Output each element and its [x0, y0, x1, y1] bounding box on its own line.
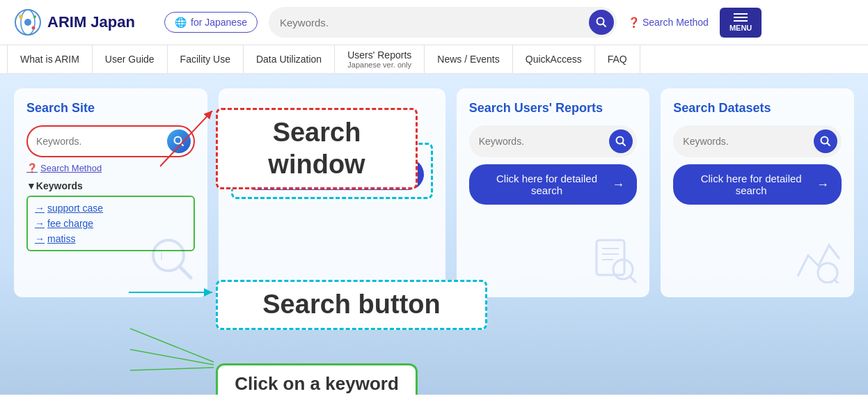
svg-point-2 [24, 19, 31, 26]
datasets-detail-btn[interactable]: Click here for detailed search → [673, 164, 842, 205]
keywords-header: ▼Keywords [26, 180, 195, 191]
main-content: Searchwindow Search button Click on a ke… [0, 74, 868, 395]
datasets-search-row [673, 125, 842, 157]
users-reports-detail-btn[interactable]: Click here for detailed search → [469, 164, 638, 205]
lang-label: for Japanese [191, 17, 247, 28]
arrow-icon: → [35, 203, 45, 214]
arrow-icon-1: → [35, 218, 45, 229]
nav-users-reports-sub: Japanese ver. only [347, 61, 411, 69]
svg-line-7 [603, 24, 606, 27]
question-icon: ❓ [628, 17, 640, 28]
search-datasets-card: Search Datasets Click here for detailed … [661, 88, 854, 297]
green-arrows [130, 322, 224, 395]
search-users-reports-title: Search Users' Reports [469, 101, 638, 116]
datasets-detail-label: Click here for detailed search [686, 173, 816, 196]
search-users-reports-card: Search Users' Reports Click here for det… [457, 88, 650, 297]
datasets-search-input[interactable] [683, 136, 810, 147]
nav-faq[interactable]: FAQ [595, 45, 640, 73]
search-site-method-link[interactable]: ❓ Search Method [26, 163, 195, 173]
svg-line-12 [130, 368, 214, 370]
lang-button[interactable]: 🌐 for Japanese [164, 12, 258, 33]
svg-line-25 [630, 276, 636, 282]
annotation-search-window: Searchwindow [216, 108, 418, 189]
users-reports-search-input[interactable] [479, 136, 606, 147]
question-small-icon: ❓ [26, 163, 38, 173]
logo-text: ARIM Japan [47, 13, 135, 31]
search-site-title: Search Site [26, 101, 195, 116]
svg-line-14 [180, 143, 183, 146]
search-site-button[interactable] [167, 129, 191, 153]
search-method-small-label: Search Method [40, 163, 102, 173]
nav-bar: What is ARIM User Guide Facility Use Dat… [0, 45, 868, 74]
search-site-icon: i [148, 235, 196, 286]
header: ARIM Japan 🌐 for Japanese ❓ Search Metho… [0, 0, 868, 45]
svg-line-27 [828, 143, 830, 146]
svg-text:i: i [160, 249, 163, 262]
search-icon [596, 17, 607, 28]
keyword-label-1: fee charge [47, 218, 93, 229]
menu-icon [734, 13, 748, 22]
datasets-search-icon [820, 136, 831, 147]
nav-news-events[interactable]: News / Events [425, 45, 512, 73]
datasets-icon [794, 235, 843, 286]
search-site-card: Search Site ❓ Search Method ▼Keywords [14, 88, 207, 297]
logo-icon [14, 8, 42, 36]
cards-row: Search Site ❓ Search Method ▼Keywords [14, 88, 854, 297]
users-reports-search-button[interactable] [609, 129, 633, 153]
nav-users-reports[interactable]: Users' Reports Japanese ver. only [335, 45, 425, 73]
users-reports-search-icon [615, 136, 626, 147]
globe-icon: 🌐 [175, 17, 187, 28]
svg-line-29 [835, 280, 840, 283]
nav-what-is-arim[interactable]: What is ARIM [7, 45, 93, 73]
datasets-search-button[interactable] [814, 129, 837, 153]
datasets-arrow-icon: → [816, 178, 829, 192]
svg-line-10 [130, 329, 214, 362]
annotation-search-button-text: Search button [232, 289, 471, 321]
svg-line-16 [180, 267, 191, 278]
svg-point-3 [19, 15, 23, 19]
nav-facility-use[interactable]: Facility Use [168, 45, 244, 73]
users-reports-search-row [469, 125, 638, 157]
arrow-icon-2: → [35, 233, 45, 244]
nav-quickaccess[interactable]: QuickAccess [513, 45, 595, 73]
search-method-label: Search Method [642, 17, 709, 28]
keyword-label-0: support case [47, 203, 103, 214]
svg-line-19 [623, 143, 626, 146]
users-reports-arrow-icon: → [612, 178, 624, 192]
menu-button[interactable]: MENU [720, 8, 762, 38]
search-method-link[interactable]: ❓ Search Method [628, 17, 709, 28]
search-site-input[interactable] [36, 136, 167, 147]
svg-line-11 [130, 349, 214, 365]
header-search-input[interactable] [280, 17, 589, 29]
svg-point-5 [32, 26, 35, 30]
keyword-label-2: matiss [47, 233, 75, 244]
annotation-click-keyword: Click on a keywordto search [216, 363, 418, 395]
menu-label: MENU [729, 24, 752, 32]
users-reports-icon [590, 235, 638, 286]
nav-data-utilization[interactable]: Data Utilization [244, 45, 335, 73]
nav-users-reports-label: Users' Reports [347, 49, 411, 61]
search-site-search-icon [173, 136, 184, 147]
keyword-fee-charge[interactable]: → fee charge [35, 218, 187, 229]
keyword-support-case[interactable]: → support case [35, 203, 187, 214]
header-search-button[interactable] [589, 10, 614, 35]
svg-rect-20 [597, 240, 624, 275]
header-search-bar [269, 7, 617, 38]
annotation-click-keyword-text: Click on a keywordto search [229, 372, 404, 395]
search-site-input-wrapper [26, 125, 195, 157]
svg-point-4 [33, 15, 36, 18]
search-datasets-title: Search Datasets [673, 101, 842, 116]
logo-area: ARIM Japan [14, 8, 153, 36]
users-reports-detail-label: Click here for detailed search [482, 173, 613, 196]
annotation-search-button: Search button [216, 280, 487, 330]
annotation-search-window-text: Searchwindow [232, 117, 402, 180]
nav-user-guide[interactable]: User Guide [93, 45, 168, 73]
